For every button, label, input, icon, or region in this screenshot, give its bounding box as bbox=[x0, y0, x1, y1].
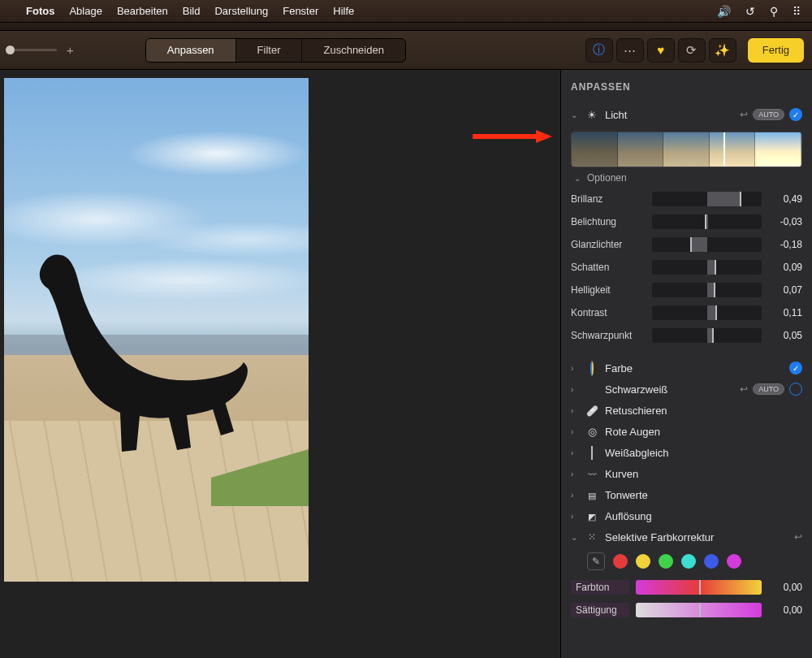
slider-value: 0,49 bbox=[768, 193, 802, 205]
zoom-slider[interactable] bbox=[8, 49, 57, 51]
rotate-button[interactable]: ⟳ bbox=[678, 38, 706, 63]
light-icon: ☀ bbox=[585, 109, 598, 121]
levels-icon bbox=[585, 489, 598, 501]
slider-label: Brillanz bbox=[571, 193, 646, 205]
section-whitebalance-label: Weißabgleich bbox=[605, 447, 802, 459]
svg-marker-1 bbox=[536, 130, 552, 143]
menu-help[interactable]: Hilfe bbox=[333, 5, 354, 17]
eyedropper-button[interactable]: ✎ bbox=[587, 552, 605, 570]
whitebalance-icon bbox=[591, 446, 593, 460]
photo-canvas[interactable] bbox=[0, 70, 560, 658]
chevron-right-icon: › bbox=[571, 427, 579, 436]
mode-segmented-control: Anpassen Filter Zuschneiden bbox=[145, 38, 406, 63]
bluetooth-icon[interactable]: ⚲ bbox=[770, 5, 778, 18]
slider-label: Kontrast bbox=[571, 307, 646, 318]
menu-file[interactable]: Ablage bbox=[69, 5, 102, 17]
color-icon bbox=[590, 361, 594, 376]
menu-view[interactable]: Darstellung bbox=[214, 5, 268, 17]
swatch-yellow[interactable] bbox=[636, 554, 650, 569]
app-name[interactable]: Fotos bbox=[26, 5, 54, 17]
section-definition[interactable]: › Auflösung bbox=[571, 505, 802, 526]
swatch-blue[interactable] bbox=[704, 554, 719, 569]
menu-image[interactable]: Bild bbox=[183, 5, 201, 17]
slider-label: Glanzlichter bbox=[571, 239, 646, 250]
system-menubar: Fotos Ablage Bearbeiten Bild Darstellung… bbox=[0, 0, 812, 23]
slider-value: -0,03 bbox=[768, 216, 802, 227]
chevron-right-icon: › bbox=[571, 406, 579, 415]
more-button[interactable]: ⋯ bbox=[616, 38, 644, 63]
curves-icon bbox=[585, 468, 598, 480]
section-color-label: Farbe bbox=[605, 362, 783, 374]
chevron-down-icon: ⌄ bbox=[571, 110, 579, 119]
info-button[interactable]: ⓘ bbox=[585, 38, 613, 63]
section-enabled-check-icon[interactable]: ✓ bbox=[789, 361, 802, 374]
slider-value: 0,07 bbox=[768, 284, 802, 296]
section-redeye[interactable]: › Rote Augen bbox=[571, 421, 802, 442]
chevron-right-icon: › bbox=[571, 512, 579, 521]
slider-hue[interactable]: Farbton 0,00 bbox=[571, 577, 802, 597]
section-levels[interactable]: › Tonwerte bbox=[571, 484, 802, 505]
undo-icon[interactable]: ↩ bbox=[740, 383, 748, 395]
slider-helligkeit[interactable]: Helligkeit0,07 bbox=[571, 279, 802, 300]
slider-label: Sättigung bbox=[571, 603, 629, 617]
undo-icon[interactable]: ↩ bbox=[794, 531, 802, 543]
window-titlebar bbox=[0, 23, 812, 31]
slider-schwarzpunkt[interactable]: Schwarzpunkt0,05 bbox=[571, 325, 802, 345]
auto-button[interactable]: AUTO bbox=[753, 383, 784, 395]
tab-crop[interactable]: Zuschneiden bbox=[302, 39, 404, 62]
auto-button[interactable]: AUTO bbox=[753, 109, 784, 120]
chevron-down-icon: ⌄ bbox=[574, 174, 582, 183]
slider-label: Belichtung bbox=[571, 216, 646, 227]
slider-schatten[interactable]: Schatten0,09 bbox=[571, 257, 802, 277]
slider-brillanz[interactable]: Brillanz0,49 bbox=[571, 188, 802, 209]
photo-preview bbox=[4, 78, 309, 582]
photo-subject bbox=[32, 240, 276, 468]
section-enabled-check-icon[interactable]: ✓ bbox=[789, 108, 802, 121]
control-center-icon[interactable]: ⠿ bbox=[793, 5, 801, 18]
undo-icon[interactable]: ↩ bbox=[740, 109, 748, 120]
favorite-button[interactable]: ♥ bbox=[647, 38, 675, 63]
volume-icon[interactable]: 🔊 bbox=[717, 5, 731, 18]
slider-belichtung[interactable]: Belichtung-0,03 bbox=[571, 211, 802, 232]
section-retouch[interactable]: › Retuschieren bbox=[571, 400, 802, 421]
swatch-magenta[interactable] bbox=[727, 554, 741, 569]
chevron-right-icon: › bbox=[571, 385, 579, 394]
chevron-right-icon: › bbox=[571, 470, 579, 478]
done-button[interactable]: Fertig bbox=[748, 38, 804, 63]
menu-window[interactable]: Fenster bbox=[283, 5, 318, 17]
swatch-green[interactable] bbox=[659, 554, 673, 569]
slider-value: 0,00 bbox=[768, 604, 802, 616]
slider-value: 0,11 bbox=[768, 307, 802, 318]
slider-value: 0,00 bbox=[768, 582, 802, 593]
section-disabled-check-icon[interactable] bbox=[789, 383, 802, 396]
light-options-header[interactable]: ⌄ Optionen bbox=[574, 172, 802, 184]
tab-filter[interactable]: Filter bbox=[236, 39, 303, 62]
section-selective-color[interactable]: ⌄ ⁙ Selektive Farbkorrektur ↩ bbox=[571, 526, 802, 548]
section-curves[interactable]: › Kurven bbox=[571, 463, 802, 484]
edit-toolbar: + Anpassen Filter Zuschneiden ⓘ ⋯ ♥ ⟳ ✨ … bbox=[0, 31, 812, 70]
section-light-label: Licht bbox=[605, 109, 733, 121]
slider-label: Farbton bbox=[571, 580, 629, 595]
slider-glanzlichter[interactable]: Glanzlichter-0,18 bbox=[571, 234, 802, 254]
definition-icon bbox=[585, 510, 598, 522]
zoom-in-icon[interactable]: + bbox=[67, 43, 74, 57]
light-options-label: Optionen bbox=[587, 172, 627, 184]
section-curves-label: Kurven bbox=[605, 468, 802, 480]
chevron-right-icon: › bbox=[571, 448, 579, 457]
slider-saturation[interactable]: Sättigung 0,00 bbox=[571, 600, 802, 620]
section-light[interactable]: ⌄ ☀ Licht ↩ AUTO ✓ bbox=[571, 104, 802, 125]
light-thumbnail-strip[interactable] bbox=[571, 132, 802, 167]
section-whitebalance[interactable]: › Weißabgleich bbox=[571, 442, 802, 463]
swatch-red[interactable] bbox=[613, 554, 628, 569]
menu-edit[interactable]: Bearbeiten bbox=[117, 5, 168, 17]
swatch-cyan[interactable] bbox=[681, 554, 696, 569]
enhance-button[interactable]: ✨ bbox=[709, 38, 736, 63]
slider-label: Schwarzpunkt bbox=[571, 330, 646, 341]
chevron-down-icon: ⌄ bbox=[571, 533, 579, 542]
tab-adjust[interactable]: Anpassen bbox=[146, 39, 236, 62]
section-color[interactable]: › Farbe ✓ bbox=[571, 357, 802, 379]
section-redeye-label: Rote Augen bbox=[605, 426, 802, 438]
section-bw[interactable]: › Schwarzweiß ↩ AUTO bbox=[571, 379, 802, 400]
timemachine-icon[interactable]: ↺ bbox=[745, 5, 755, 18]
slider-kontrast[interactable]: Kontrast0,11 bbox=[571, 302, 802, 323]
